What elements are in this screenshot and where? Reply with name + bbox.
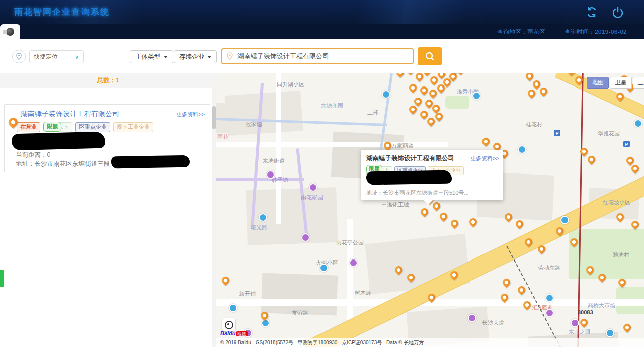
map-label: 友谊路 <box>292 309 308 317</box>
map-marker-pin[interactable] <box>413 96 423 107</box>
poi-purple-icon[interactable] <box>349 258 358 267</box>
map-marker-pin[interactable] <box>516 285 527 295</box>
power-icon[interactable] <box>612 6 624 18</box>
map-marker-pin[interactable] <box>408 82 418 93</box>
company-title[interactable]: 湖南锤子装饰设计工程有限公司 <box>21 110 119 119</box>
map-label: 二环 <box>367 109 378 117</box>
map-type-button-地图[interactable]: 地图 <box>587 77 609 89</box>
map-canvas[interactable]: 同升湖小区侯家塘东塘商圈二环湘秀小学桂花村华雅花园东塘街道万家丽路砂子塘雨花家园… <box>216 73 644 347</box>
side-feedback-tab[interactable] <box>0 270 4 287</box>
map-marker-pin[interactable] <box>429 75 439 85</box>
result-card[interactable]: 湖南锤子装饰设计工程有限公司 更多资料>> 在营业限额规模以下区重点企业规下工业… <box>4 104 210 172</box>
poi-blue-icon[interactable] <box>319 264 328 272</box>
map-info-popup[interactable]: 湖南锤子装饰设计工程有限公司 更多资料>> 限额规模以下区重点企业规下工业企业 … <box>361 150 503 200</box>
map-marker-pin[interactable] <box>431 201 442 211</box>
map-marker-pin[interactable] <box>395 73 406 78</box>
status-badge: 限额 <box>43 122 61 132</box>
poi-blue-icon[interactable] <box>518 145 526 154</box>
popup-address: 地址：长沙市雨花区东塘街道三段510号... <box>366 189 498 197</box>
map-marker-pin[interactable] <box>419 85 429 96</box>
entity-type-dropdown[interactable]: 主体类型 <box>130 50 173 63</box>
map-marker-pin[interactable] <box>438 211 449 222</box>
map-marker-pin[interactable] <box>414 73 425 82</box>
map-label: 雨花家园 <box>301 194 323 201</box>
map-marker-pin[interactable] <box>405 73 416 75</box>
poi-blue-icon[interactable] <box>634 119 642 128</box>
panel-scrollbar[interactable] <box>212 88 216 347</box>
map-type-button-三维[interactable]: 三维 <box>633 77 644 89</box>
redaction-blob <box>12 132 106 151</box>
poi-purple-icon[interactable] <box>571 319 579 327</box>
parking-icon[interactable]: P <box>554 130 560 136</box>
popup-more-link[interactable]: 更多资料>> <box>470 155 499 162</box>
address-label: 地址：长沙市雨花区东塘街道三段 <box>16 160 110 168</box>
map-marker-pin[interactable] <box>426 116 436 127</box>
more-details-link[interactable]: 更多资料>> <box>176 111 205 118</box>
map-label: 新开铺 <box>239 290 256 298</box>
poi-purple-icon[interactable] <box>301 233 310 242</box>
map-marker-pin[interactable] <box>524 73 535 81</box>
search-pin-icon <box>226 52 233 60</box>
map-label: 红花坡小区 <box>603 199 630 206</box>
map-type-button-卫星[interactable]: 卫星 <box>610 77 632 89</box>
map-label: 劳动东路 <box>538 264 560 272</box>
caret-down-icon <box>207 56 211 58</box>
map-label: 侯家塘 <box>246 121 262 128</box>
poi-blue-icon[interactable] <box>560 216 569 224</box>
filter-toolbar: 快捷定位 ∨ 主体类型 存续企业 <box>0 39 644 73</box>
poi-blue-icon[interactable] <box>382 90 390 99</box>
sync-icon[interactable] <box>586 6 598 18</box>
map-marker-pin[interactable] <box>531 79 542 90</box>
poi-blue-icon[interactable] <box>259 213 267 222</box>
map-marker-pin[interactable] <box>468 217 478 227</box>
status-badge: 在营业 <box>17 122 40 132</box>
active-tab[interactable] <box>0 24 20 39</box>
poi-blue-icon[interactable] <box>229 304 237 312</box>
poi-purple-icon[interactable] <box>545 309 554 317</box>
poi-blue-icon[interactable] <box>261 319 270 327</box>
baidu-logo: Baidu地图 <box>220 330 248 337</box>
map-marker-pin[interactable] <box>220 275 231 286</box>
status-badge: 区重点企业 <box>75 122 110 132</box>
status-dropdown[interactable]: 存续企业 <box>174 50 217 63</box>
parking-icon[interactable]: P <box>623 141 630 147</box>
map-marker-pin[interactable] <box>622 322 632 333</box>
badge-row: 在营业限额规模以下区重点企业规下工业企业 <box>17 122 156 132</box>
map-marker-pin[interactable] <box>514 219 525 229</box>
search-input[interactable] <box>236 52 409 61</box>
map-marker-pin[interactable] <box>630 163 640 174</box>
map-marker-pin[interactable] <box>419 207 430 217</box>
map-marker-pin[interactable] <box>449 218 460 229</box>
search-box <box>221 48 414 64</box>
map-marker-pin[interactable] <box>480 136 491 147</box>
map-marker-pin[interactable] <box>419 109 429 120</box>
map-marker-pin[interactable] <box>538 86 549 97</box>
distance-label: 当前距离：0 <box>16 151 50 159</box>
poi-blue-icon[interactable] <box>472 92 481 100</box>
map-marker-pin[interactable] <box>501 277 512 288</box>
map-marker-pin[interactable] <box>526 88 537 99</box>
locate-button[interactable] <box>222 318 235 331</box>
location-pin-icon <box>12 50 26 63</box>
map-marker-pin[interactable] <box>586 154 597 165</box>
poi-purple-icon[interactable] <box>266 170 275 179</box>
map-label: 树木岭 <box>355 289 371 297</box>
map-label: 30083 <box>578 309 593 315</box>
map-marker-pin[interactable] <box>428 88 438 99</box>
poi-blue-icon[interactable] <box>545 294 554 302</box>
redaction-blob <box>366 170 452 185</box>
popup-arrow <box>424 200 433 205</box>
redaction-blob <box>111 155 190 169</box>
search-button[interactable] <box>418 47 442 65</box>
map-marker-pin[interactable] <box>455 73 466 75</box>
quick-locate-select[interactable]: 快捷定位 ∨ <box>29 50 84 63</box>
map-marker-pin[interactable] <box>630 219 640 230</box>
map-marker-pin[interactable] <box>579 317 589 328</box>
poi-blue-icon[interactable] <box>606 329 614 337</box>
poi-purple-icon[interactable] <box>309 183 317 192</box>
map-label: 长沙大道 <box>482 319 504 327</box>
target-icon <box>225 321 233 329</box>
entity-type-label: 主体类型 <box>135 53 160 61</box>
popup-company-title[interactable]: 湖南锤子装饰设计工程有限公司 <box>366 154 454 163</box>
poi-purple-icon[interactable] <box>468 314 476 322</box>
